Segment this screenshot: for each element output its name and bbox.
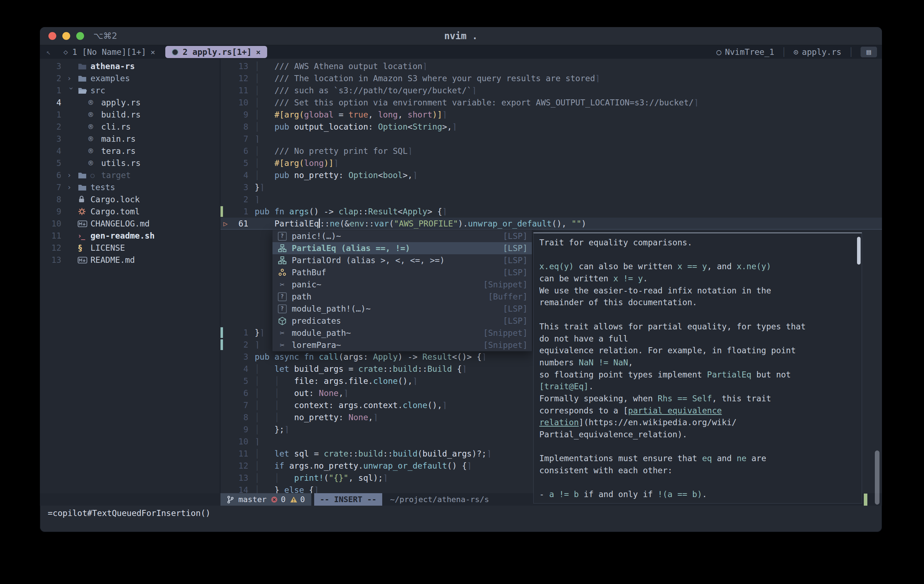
code-segment: Apply	[373, 352, 398, 361]
tab-no-name[interactable]: ◇ 1 [No Name][1+] ×	[57, 45, 162, 59]
code-segment: <	[408, 122, 412, 131]
completion-item[interactable]: predicates[LSP]	[272, 315, 532, 327]
doc-text: .	[643, 274, 648, 283]
line-number: 5	[221, 157, 248, 169]
code-line: │ };⌉	[255, 423, 289, 436]
tree-row-tests[interactable]: 7›tests	[40, 181, 220, 193]
editor-row[interactable]: 6│ /// No pretty print for SQL⌉	[221, 145, 882, 157]
chevron-right-icon[interactable]: ›	[67, 169, 78, 181]
completion-label: loremPara~	[292, 340, 341, 350]
tree-item-label: Cargo.toml	[91, 205, 140, 218]
code-segment: #[arg(	[274, 158, 304, 168]
completion-source: [Snippet]	[483, 340, 528, 350]
code-segment: pub async fn	[255, 352, 319, 361]
tree-row-Cargo.lock[interactable]: 8Cargo.lock	[40, 193, 220, 205]
line-number: 4	[221, 363, 248, 375]
close-tab-icon[interactable]: ×	[150, 48, 155, 57]
doc-line: This trait allows for partial equality, …	[539, 321, 856, 333]
code-segment	[260, 401, 275, 410]
tree-row-tera.rs[interactable]: 4®tera.rs	[40, 145, 220, 157]
code-segment: unwrap_or_default	[468, 219, 552, 228]
chevron-right-icon[interactable]: ›	[67, 181, 78, 193]
tree-item-label: cli.rs	[101, 121, 131, 133]
code-segment: <	[398, 207, 403, 216]
doc-link[interactable]: partial equivalence	[628, 406, 722, 415]
tree-row-gen-readme.sh[interactable]: 11›_gen-readme.sh	[40, 230, 220, 242]
code-line: │ │ file: args.file.clone(),⌉	[255, 375, 417, 387]
completion-item[interactable]: PartialEq (alias ==, !=)[LSP]	[272, 242, 532, 254]
editor-row[interactable]: 11│ /// such as `s3://path/to/query/buck…	[221, 84, 882, 97]
tree-row-apply.rs[interactable]: 4®apply.rs	[40, 97, 220, 109]
editor-row[interactable]: 3}⌉	[221, 181, 882, 193]
editor-row[interactable]: 2⌉	[221, 193, 882, 205]
doc-link[interactable]: relation	[539, 418, 579, 427]
completion-item[interactable]: ?panic!(…)~[LSP]	[272, 230, 532, 242]
tree-row-examples[interactable]: 2›examples	[40, 72, 220, 84]
completion-item[interactable]: ✂loremPara~[Snippet]	[272, 339, 532, 351]
doc-line	[539, 441, 856, 453]
line-number: 9	[221, 109, 248, 121]
tree-row-cli.rs[interactable]: 2®cli.rs	[40, 121, 220, 133]
completion-item[interactable]: ?path[Buffer]	[272, 290, 532, 303]
editor-row[interactable]: 7⌉	[221, 133, 882, 145]
code-segment: args	[338, 401, 358, 410]
tree-row-main.rs[interactable]: 3®main.rs	[40, 133, 220, 145]
tree-row-utils.rs[interactable]: 5®utils.rs	[40, 157, 220, 169]
editor-row-current[interactable]: ▷61 PartialEq::ne(&env::var("AWS_PROFILE…	[221, 218, 882, 230]
docs-scrollbar-thumb[interactable]	[857, 237, 861, 265]
code-segment: ⌉	[462, 364, 467, 374]
doc-text: .	[589, 382, 594, 391]
line-number: 8	[40, 193, 61, 205]
tree-row-target[interactable]: 6›○target	[40, 169, 220, 181]
tree-row-Cargo.toml[interactable]: 9Cargo.toml	[40, 205, 220, 218]
code-segment: │	[255, 364, 260, 374]
line-number: 11	[40, 230, 61, 242]
tree-row-athena-rs[interactable]: 3athena-rs	[40, 60, 220, 72]
tree-row-src[interactable]: 1›src	[40, 84, 220, 97]
close-tab-icon[interactable]: ×	[256, 48, 261, 57]
code-segment: ,	[398, 110, 408, 119]
minimize-window-button[interactable]	[62, 32, 70, 40]
editor-row[interactable]: 1pub fn args() -> clap::Result<Apply> {⌉	[221, 205, 882, 218]
code-segment: PartialEq	[274, 219, 319, 228]
doc-line: remainder of this documentation.	[539, 297, 856, 309]
completion-item[interactable]: ✂panic~[Snippet]	[272, 279, 532, 290]
tree-item-label: apply.rs	[101, 97, 141, 109]
folder-icon	[78, 183, 91, 191]
code-segment: ,	[368, 110, 378, 119]
tree-row-build.rs[interactable]: 1®build.rs	[40, 109, 220, 121]
editor-row[interactable]: 12│ /// The location in Amazon S3 where …	[221, 72, 882, 84]
tabline-home-icon[interactable]: ↖	[40, 48, 57, 56]
editor-row[interactable]: 4│ pub no_pretty: Option<bool>,⌉	[221, 169, 882, 181]
tree-row-README.md[interactable]: 13README.md	[40, 254, 220, 266]
chevron-right-icon[interactable]: ›	[67, 72, 78, 84]
editor-row[interactable]: 8│ pub output_location: Option<String>,⌉	[221, 121, 882, 133]
question-icon: ?	[277, 232, 287, 241]
window-indicator-apply-rs[interactable]: ⊙ apply.rs	[794, 47, 842, 57]
completion-item[interactable]: ?module_path!(…)~[LSP]	[272, 303, 532, 315]
code-segment: unwrap_or_default	[363, 461, 447, 470]
window-indicator-nvimtree[interactable]: ○ NvimTree_1	[716, 47, 774, 57]
editor-row[interactable]: 9│ #[arg(global = true, long, short)]⌉	[221, 109, 882, 121]
editor-row[interactable]: 13│ /// AWS Athena output location⌉	[221, 60, 882, 72]
code-segment: short	[408, 110, 432, 119]
tree-item-label: athena-rs	[91, 60, 135, 72]
document-icon[interactable]: ▤	[861, 47, 877, 57]
separator: │	[782, 47, 787, 57]
completion-item[interactable]: PartialOrd (alias >, <, <=, >=)[LSP]	[272, 254, 532, 266]
completion-item[interactable]: ✂module_path~[Snippet]	[272, 327, 532, 339]
code-segment: =	[334, 110, 349, 119]
chevron-down-icon[interactable]: ›	[65, 86, 77, 97]
editor-row[interactable]: 10│ /// Set this option via environment …	[221, 97, 882, 109]
tab-apply-rs[interactable]: 2 apply.rs[1+] ×	[165, 46, 267, 58]
tree-row-CHANGELOG.md[interactable]: 10CHANGELOG.md	[40, 218, 220, 230]
code-segment	[279, 376, 294, 386]
zoom-window-button[interactable]	[76, 32, 84, 40]
completion-item[interactable]: PathBuf[LSP]	[272, 266, 532, 279]
code-segment: │	[274, 473, 279, 483]
editor-row[interactable]: 5│ #[arg(long)]⌉	[221, 157, 882, 169]
scrollbar-thumb[interactable]	[875, 450, 879, 505]
line-marker-icon: ▷	[223, 218, 228, 230]
close-window-button[interactable]	[48, 32, 56, 40]
tree-row-LICENSE[interactable]: 12§LICENSE	[40, 242, 220, 254]
